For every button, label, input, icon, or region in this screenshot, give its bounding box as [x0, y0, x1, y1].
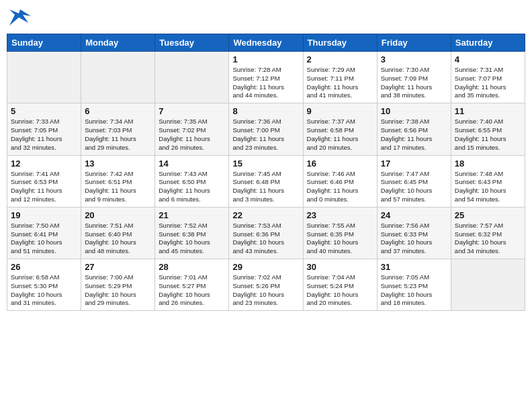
- col-header-saturday: Saturday: [451, 34, 525, 52]
- day-info: Sunrise: 7:55 AM Sunset: 6:35 PM Dayligh…: [307, 222, 373, 256]
- day-number: 1: [232, 54, 299, 64]
- svg-marker-0: [9, 9, 31, 26]
- calendar-cell: 19Sunrise: 7:50 AM Sunset: 6:41 PM Dayli…: [7, 207, 81, 259]
- day-info: Sunrise: 7:01 AM Sunset: 5:27 PM Dayligh…: [159, 273, 225, 308]
- day-number: 21: [159, 210, 225, 220]
- day-number: 6: [85, 106, 151, 116]
- day-info: Sunrise: 7:56 AM Sunset: 6:33 PM Dayligh…: [381, 222, 447, 256]
- col-header-monday: Monday: [81, 34, 155, 52]
- day-number: 14: [159, 158, 225, 169]
- day-number: 5: [11, 106, 77, 116]
- day-number: 30: [307, 262, 373, 272]
- calendar-cell: 17Sunrise: 7:47 AM Sunset: 6:45 PM Dayli…: [377, 155, 451, 207]
- calendar-cell: 21Sunrise: 7:52 AM Sunset: 6:38 PM Dayli…: [155, 207, 229, 259]
- calendar-table: SundayMondayTuesdayWednesdayThursdayFrid…: [7, 34, 525, 311]
- day-info: Sunrise: 7:40 AM Sunset: 6:55 PM Dayligh…: [455, 118, 521, 152]
- calendar-week-2: 5Sunrise: 7:33 AM Sunset: 7:05 PM Daylig…: [7, 103, 525, 155]
- day-info: Sunrise: 7:46 AM Sunset: 6:46 PM Dayligh…: [307, 170, 373, 204]
- calendar-week-4: 19Sunrise: 7:50 AM Sunset: 6:41 PM Dayli…: [7, 207, 525, 259]
- col-header-sunday: Sunday: [7, 34, 81, 52]
- day-info: Sunrise: 7:48 AM Sunset: 6:43 PM Dayligh…: [455, 170, 521, 204]
- day-info: Sunrise: 7:51 AM Sunset: 6:40 PM Dayligh…: [85, 222, 151, 256]
- day-info: Sunrise: 7:43 AM Sunset: 6:50 PM Dayligh…: [159, 170, 225, 204]
- calendar-cell: [81, 52, 155, 103]
- day-info: Sunrise: 7:47 AM Sunset: 6:45 PM Dayligh…: [381, 170, 447, 204]
- day-number: 28: [159, 262, 225, 272]
- calendar-cell: 10Sunrise: 7:38 AM Sunset: 6:56 PM Dayli…: [377, 103, 451, 155]
- day-number: 19: [11, 210, 77, 220]
- calendar-cell: [451, 259, 525, 311]
- day-info: Sunrise: 7:05 AM Sunset: 5:23 PM Dayligh…: [381, 273, 447, 308]
- day-info: Sunrise: 7:42 AM Sunset: 6:51 PM Dayligh…: [85, 170, 151, 204]
- calendar-cell: 8Sunrise: 7:36 AM Sunset: 7:00 PM Daylig…: [229, 103, 303, 155]
- day-number: 22: [232, 210, 299, 220]
- day-number: 24: [381, 210, 447, 220]
- calendar-cell: 7Sunrise: 7:35 AM Sunset: 7:02 PM Daylig…: [155, 103, 229, 155]
- calendar-cell: 30Sunrise: 7:04 AM Sunset: 5:24 PM Dayli…: [303, 259, 377, 311]
- calendar-cell: 9Sunrise: 7:37 AM Sunset: 6:58 PM Daylig…: [303, 103, 377, 155]
- calendar-cell: 22Sunrise: 7:53 AM Sunset: 6:36 PM Dayli…: [229, 207, 303, 259]
- day-info: Sunrise: 7:02 AM Sunset: 5:26 PM Dayligh…: [232, 273, 299, 308]
- day-info: Sunrise: 7:57 AM Sunset: 6:32 PM Dayligh…: [455, 222, 521, 256]
- day-info: Sunrise: 7:29 AM Sunset: 7:11 PM Dayligh…: [307, 66, 373, 100]
- day-number: 26: [11, 262, 77, 272]
- day-info: Sunrise: 7:28 AM Sunset: 7:12 PM Dayligh…: [232, 66, 299, 100]
- calendar-cell: 1Sunrise: 7:28 AM Sunset: 7:12 PM Daylig…: [229, 52, 303, 103]
- calendar-cell: 2Sunrise: 7:29 AM Sunset: 7:11 PM Daylig…: [303, 52, 377, 103]
- calendar-cell: [155, 52, 229, 103]
- day-number: 31: [381, 262, 447, 272]
- day-number: 23: [307, 210, 373, 220]
- calendar-cell: 11Sunrise: 7:40 AM Sunset: 6:55 PM Dayli…: [451, 103, 525, 155]
- calendar-cell: 6Sunrise: 7:34 AM Sunset: 7:03 PM Daylig…: [81, 103, 155, 155]
- day-number: 27: [85, 262, 151, 272]
- logo-bird-icon: [9, 7, 31, 26]
- day-info: Sunrise: 7:31 AM Sunset: 7:07 PM Dayligh…: [455, 66, 521, 100]
- calendar-week-1: 1Sunrise: 7:28 AM Sunset: 7:12 PM Daylig…: [7, 52, 525, 103]
- day-info: Sunrise: 7:00 AM Sunset: 5:29 PM Dayligh…: [85, 273, 151, 308]
- calendar-cell: 4Sunrise: 7:31 AM Sunset: 7:07 PM Daylig…: [451, 52, 525, 103]
- day-number: 25: [455, 210, 521, 220]
- day-info: Sunrise: 6:58 AM Sunset: 5:30 PM Dayligh…: [11, 273, 77, 308]
- day-number: 4: [455, 54, 521, 64]
- calendar-cell: 29Sunrise: 7:02 AM Sunset: 5:26 PM Dayli…: [229, 259, 303, 311]
- day-info: Sunrise: 7:41 AM Sunset: 6:53 PM Dayligh…: [11, 170, 77, 204]
- calendar-week-3: 12Sunrise: 7:41 AM Sunset: 6:53 PM Dayli…: [7, 155, 525, 207]
- day-info: Sunrise: 7:30 AM Sunset: 7:09 PM Dayligh…: [381, 66, 447, 100]
- day-info: Sunrise: 7:52 AM Sunset: 6:38 PM Dayligh…: [159, 222, 225, 256]
- calendar-cell: [7, 52, 81, 103]
- calendar-cell: 23Sunrise: 7:55 AM Sunset: 6:35 PM Dayli…: [303, 207, 377, 259]
- col-header-tuesday: Tuesday: [155, 34, 229, 52]
- day-number: 17: [381, 158, 447, 169]
- calendar-cell: 5Sunrise: 7:33 AM Sunset: 7:05 PM Daylig…: [7, 103, 81, 155]
- day-info: Sunrise: 7:35 AM Sunset: 7:02 PM Dayligh…: [159, 118, 225, 152]
- page-header: [7, 7, 525, 28]
- day-info: Sunrise: 7:53 AM Sunset: 6:36 PM Dayligh…: [232, 222, 299, 256]
- day-info: Sunrise: 7:37 AM Sunset: 6:58 PM Dayligh…: [307, 118, 373, 152]
- col-header-wednesday: Wednesday: [229, 34, 303, 52]
- logo: [9, 7, 35, 28]
- day-number: 10: [381, 106, 447, 116]
- calendar-cell: 16Sunrise: 7:46 AM Sunset: 6:46 PM Dayli…: [303, 155, 377, 207]
- day-number: 29: [232, 262, 299, 272]
- day-info: Sunrise: 7:33 AM Sunset: 7:05 PM Dayligh…: [11, 118, 77, 152]
- day-number: 3: [381, 54, 447, 64]
- day-info: Sunrise: 7:45 AM Sunset: 6:48 PM Dayligh…: [232, 170, 299, 204]
- day-number: 13: [85, 158, 151, 169]
- day-number: 18: [455, 158, 521, 169]
- calendar-cell: 15Sunrise: 7:45 AM Sunset: 6:48 PM Dayli…: [229, 155, 303, 207]
- calendar-cell: 3Sunrise: 7:30 AM Sunset: 7:09 PM Daylig…: [377, 52, 451, 103]
- day-number: 12: [11, 158, 77, 169]
- day-info: Sunrise: 7:38 AM Sunset: 6:56 PM Dayligh…: [381, 118, 447, 152]
- calendar-cell: 31Sunrise: 7:05 AM Sunset: 5:23 PM Dayli…: [377, 259, 451, 311]
- day-number: 9: [307, 106, 373, 116]
- day-number: 20: [85, 210, 151, 220]
- calendar-header-row: SundayMondayTuesdayWednesdayThursdayFrid…: [7, 34, 525, 52]
- day-number: 11: [455, 106, 521, 116]
- day-number: 8: [232, 106, 299, 116]
- calendar-cell: 20Sunrise: 7:51 AM Sunset: 6:40 PM Dayli…: [81, 207, 155, 259]
- col-header-friday: Friday: [377, 34, 451, 52]
- calendar-cell: 24Sunrise: 7:56 AM Sunset: 6:33 PM Dayli…: [377, 207, 451, 259]
- calendar-cell: 18Sunrise: 7:48 AM Sunset: 6:43 PM Dayli…: [451, 155, 525, 207]
- col-header-thursday: Thursday: [303, 34, 377, 52]
- day-number: 7: [159, 106, 225, 116]
